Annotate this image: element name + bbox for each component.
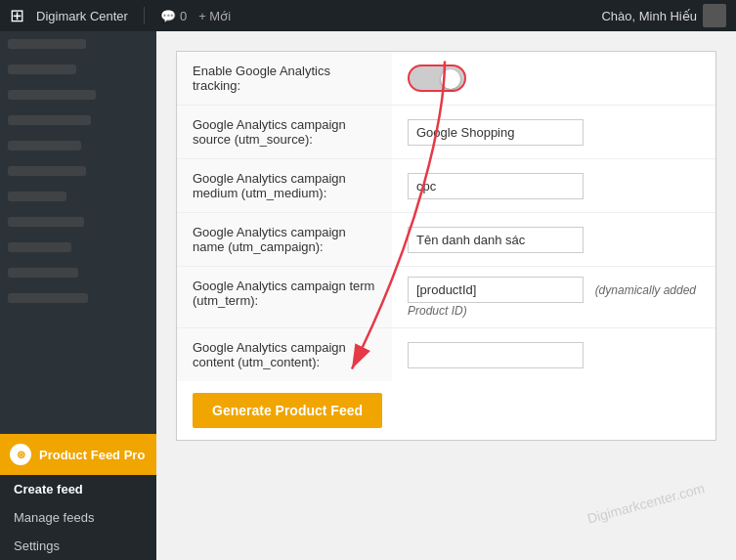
plugin-name: Product Feed Pro [39, 448, 145, 462]
sidebar-item-11[interactable] [0, 285, 156, 311]
sidebar: ⊛ Product Feed Pro Create feed Manage fe… [0, 31, 156, 560]
bar-separator [144, 7, 145, 24]
form-table: Enable Google Analytics tracking: Google… [177, 52, 715, 381]
plugin-submenu: Create feed Manage feeds Settings [0, 475, 156, 560]
admin-bar-right: Chào, Minh Hiếu [601, 4, 726, 27]
row-utm-medium: Google Analytics campaign medium (utm_me… [177, 159, 715, 213]
submenu-settings[interactable]: Settings [0, 532, 156, 560]
row-label-utm-term: Google Analytics campaign term (utm_term… [177, 267, 392, 328]
row-value-utm-medium [392, 159, 715, 213]
sidebar-item-6[interactable] [0, 158, 156, 184]
sidebar-item-7[interactable] [0, 184, 156, 209]
sidebar-item-2[interactable] [0, 57, 156, 82]
utm-content-input[interactable] [408, 342, 584, 368]
row-value-utm-source [392, 106, 715, 159]
row-label-utm-source: Google Analytics campaign source (utm_so… [177, 106, 392, 159]
generate-product-feed-button[interactable]: Generate Product Feed [193, 393, 382, 428]
submenu-create-feed[interactable]: Create feed [0, 475, 156, 503]
watermark: Digimarkcenter.com [585, 480, 707, 526]
row-value-analytics-tracking [392, 52, 715, 106]
sidebar-item-4[interactable] [0, 108, 156, 133]
analytics-tracking-toggle[interactable] [408, 65, 466, 92]
main-layout: ⊛ Product Feed Pro Create feed Manage fe… [0, 31, 736, 560]
plugin-section-header[interactable]: ⊛ Product Feed Pro [0, 434, 156, 475]
new-content-link[interactable]: + Mới [198, 9, 231, 23]
utm-campaign-input[interactable] [408, 227, 584, 253]
row-utm-term: Google Analytics campaign term (utm_term… [177, 267, 715, 328]
site-name: Digimark Center [36, 9, 128, 23]
plugin-icon: ⊛ [10, 444, 31, 465]
row-label-utm-content: Google Analytics campaign content (utm_c… [177, 328, 392, 382]
sidebar-menu [0, 31, 156, 434]
row-label-utm-medium: Google Analytics campaign medium (utm_me… [177, 159, 392, 213]
sidebar-item-1[interactable] [0, 31, 156, 57]
submenu-manage-feeds[interactable]: Manage feeds [0, 503, 156, 532]
sidebar-item-10[interactable] [0, 260, 156, 285]
row-analytics-tracking: Enable Google Analytics tracking: [177, 52, 715, 106]
admin-bar: ⊞ Digimark Center 💬 0 + Mới Chào, Minh H… [0, 0, 736, 31]
sidebar-item-8[interactable] [0, 209, 156, 235]
comments-link[interactable]: 💬 0 [160, 9, 187, 23]
sidebar-item-5[interactable] [0, 133, 156, 158]
content-area: Enable Google Analytics tracking: Google… [156, 31, 736, 560]
utm-medium-input[interactable] [408, 173, 584, 199]
row-value-utm-content [392, 328, 715, 382]
utm-source-input[interactable] [408, 119, 584, 146]
utm-term-input[interactable] [408, 277, 584, 303]
sidebar-item-9[interactable] [0, 235, 156, 260]
row-label-utm-campaign: Google Analytics campaign name (utm_camp… [177, 213, 392, 267]
row-value-utm-term: (dynamically added Product ID) [392, 267, 715, 328]
sidebar-item-3[interactable] [0, 82, 156, 108]
row-value-utm-campaign [392, 213, 715, 267]
bottom-action-row: Generate Product Feed [177, 381, 715, 440]
form-panel: Enable Google Analytics tracking: Google… [176, 51, 716, 441]
user-avatar [703, 4, 726, 27]
row-utm-campaign: Google Analytics campaign name (utm_camp… [177, 213, 715, 267]
row-label-analytics-tracking: Enable Google Analytics tracking: [177, 52, 392, 106]
row-utm-content: Google Analytics campaign content (utm_c… [177, 328, 715, 382]
row-utm-source: Google Analytics campaign source (utm_so… [177, 106, 715, 159]
wp-logo-icon[interactable]: ⊞ [10, 5, 24, 26]
